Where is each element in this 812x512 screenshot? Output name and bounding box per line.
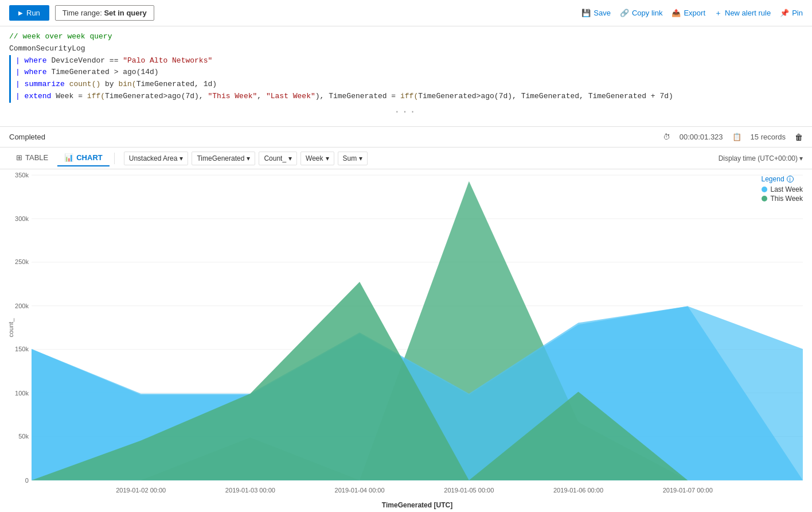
results-meta: ⏱ 00:00:01.323 📋 15 records 🗑 xyxy=(663,133,803,142)
y-axis-label: Count_ xyxy=(264,154,286,162)
chart-tab-label: CHART xyxy=(76,153,103,162)
svg-text:2019-01-07 00:00: 2019-01-07 00:00 xyxy=(663,487,713,494)
save-icon: 💾 xyxy=(581,9,591,17)
legend-label-this-week: This Week xyxy=(771,195,803,203)
records-icon: 📋 xyxy=(732,133,741,141)
run-button[interactable]: ▶ Run xyxy=(9,5,49,21)
time-range-prefix: Time range: xyxy=(63,9,102,17)
chevron-down-icon-6: ▾ xyxy=(799,154,803,162)
code-line-1: // week over week query xyxy=(0,31,812,43)
svg-text:2019-01-04 00:00: 2019-01-04 00:00 xyxy=(335,487,385,494)
copy-link-action[interactable]: 🔗 Copy link xyxy=(620,9,662,17)
code-bar xyxy=(9,55,11,67)
plus-icon: ＋ xyxy=(715,8,722,18)
x-axis-dropdown[interactable]: TimeGenerated ▾ xyxy=(192,152,255,165)
pin-label: Pin xyxy=(792,9,803,17)
chart-icon: 📊 xyxy=(64,153,73,162)
play-icon: ▶ xyxy=(18,10,23,16)
svg-text:2019-01-03 00:00: 2019-01-03 00:00 xyxy=(225,487,275,494)
legend-dot-this-week xyxy=(762,196,767,201)
code-bar-4 xyxy=(9,91,11,103)
table-icon: ⊞ xyxy=(16,153,22,162)
toolbar-right: 💾 Save 🔗 Copy link 📤 Export ＋ New alert … xyxy=(581,8,803,18)
code-line-6: | extend Week = iff( TimeGenerated>ago(7… xyxy=(0,91,812,103)
export-action[interactable]: 📤 Export xyxy=(672,9,705,17)
legend-dot-last-week xyxy=(762,187,767,192)
export-icon: 📤 xyxy=(672,9,681,17)
svg-text:2019-01-02 00:00: 2019-01-02 00:00 xyxy=(116,487,166,494)
legend-item-this-week: This Week xyxy=(762,195,803,203)
legend-label-last-week: Last Week xyxy=(771,185,803,193)
duration-icon: ⏱ xyxy=(663,133,670,141)
chart-svg: 350k 300k 250k 200k 150k 100k 50k 0 xyxy=(32,175,803,480)
y-axis: count_ xyxy=(0,175,29,480)
y-axis-dropdown[interactable]: Count_ ▾ xyxy=(259,152,297,165)
aggregation-dropdown[interactable]: Sum ▾ xyxy=(338,152,368,165)
new-alert-action[interactable]: ＋ New alert rule xyxy=(715,8,771,18)
status-text: Completed xyxy=(9,133,45,141)
duration-value: 00:00:01.323 xyxy=(680,133,723,141)
chevron-down-icon: ▾ xyxy=(179,154,183,162)
chart-type-label: Unstacked Area xyxy=(129,154,178,162)
save-label: Save xyxy=(594,9,611,17)
display-time-label: Display time (UTC+00:00) xyxy=(719,154,798,162)
display-time[interactable]: Display time (UTC+00:00) ▾ xyxy=(719,154,803,162)
export-label: Export xyxy=(684,9,705,17)
view-tabs: ⊞ TABLE 📊 CHART Unstacked Area ▾ TimeGen… xyxy=(0,148,812,169)
pin-action[interactable]: 📌 Pin xyxy=(780,9,803,17)
legend-item-last-week: Last Week xyxy=(762,185,803,193)
code-editor[interactable]: // week over week query CommonSecurityLo… xyxy=(0,26,812,127)
chart-options: Unstacked Area ▾ TimeGenerated ▾ Count_ … xyxy=(124,152,368,165)
tab-separator xyxy=(114,153,115,164)
svg-text:2019-01-06 00:00: 2019-01-06 00:00 xyxy=(553,487,603,494)
delete-results-button[interactable]: 🗑 xyxy=(795,133,803,142)
code-line-2: CommonSecurityLog xyxy=(0,43,812,55)
code-comment: // week over week query xyxy=(9,31,112,43)
link-icon: 🔗 xyxy=(620,9,629,17)
save-action[interactable]: 💾 Save xyxy=(581,9,611,17)
time-range-button[interactable]: Time range: Set in query xyxy=(55,5,154,21)
chevron-down-icon-3: ▾ xyxy=(288,154,292,162)
run-label: Run xyxy=(26,9,40,17)
code-bar-2 xyxy=(9,67,11,79)
split-by-label: Week xyxy=(306,154,323,162)
tab-chart[interactable]: 📊 CHART xyxy=(57,150,110,166)
records-count: 15 records xyxy=(751,133,786,141)
chevron-down-icon-5: ▾ xyxy=(359,154,362,162)
chart-inner: count_ 350k 300k 250k 200k 150k 100k xyxy=(0,169,812,512)
chevron-down-icon-2: ▾ xyxy=(247,154,250,162)
chart-legend: Legend i Last Week This Week xyxy=(762,175,803,204)
toolbar: ▶ Run Time range: Set in query 💾 Save 🔗 … xyxy=(0,0,812,26)
code-line-3: | where DeviceVendor == "Palo Alto Netwo… xyxy=(0,55,812,67)
tab-table[interactable]: ⊞ TABLE xyxy=(9,150,55,166)
chart-type-dropdown[interactable]: Unstacked Area ▾ xyxy=(124,152,189,165)
new-alert-label: New alert rule xyxy=(725,9,771,17)
svg-text:2019-01-05 00:00: 2019-01-05 00:00 xyxy=(444,487,494,494)
aggregation-label: Sum xyxy=(343,154,357,162)
pin-icon: 📌 xyxy=(780,9,789,17)
code-table: CommonSecurityLog xyxy=(9,43,85,55)
results-status: Completed xyxy=(9,133,45,141)
chevron-down-icon-4: ▾ xyxy=(326,154,329,162)
x-axis-label: TimeGenerated xyxy=(197,154,244,162)
chart-wrapper: count_ 350k 300k 250k 200k 150k 100k xyxy=(0,169,812,512)
y-axis-label: count_ xyxy=(7,319,14,338)
copy-link-label: Copy link xyxy=(632,9,662,17)
code-line-5: | summarize count() by bin( TimeGenerate… xyxy=(0,79,812,91)
code-bar-3 xyxy=(9,79,11,91)
svg-text:TimeGenerated [UTC]: TimeGenerated [UTC] xyxy=(382,502,452,510)
table-tab-label: TABLE xyxy=(25,153,48,162)
toolbar-left: ▶ Run Time range: Set in query xyxy=(9,5,154,21)
resize-dots: ··· xyxy=(0,103,812,122)
split-by-dropdown[interactable]: Week ▾ xyxy=(300,152,334,165)
time-range-value: Set in query xyxy=(104,9,146,17)
main-content: // week over week query CommonSecurityLo… xyxy=(0,26,812,512)
legend-info-icon: i xyxy=(787,176,794,183)
results-bar: Completed ⏱ 00:00:01.323 📋 15 records 🗑 xyxy=(0,127,812,148)
code-line-4: | where TimeGenerated > ago( 14d) xyxy=(0,67,812,79)
legend-title: Legend i xyxy=(762,175,803,183)
